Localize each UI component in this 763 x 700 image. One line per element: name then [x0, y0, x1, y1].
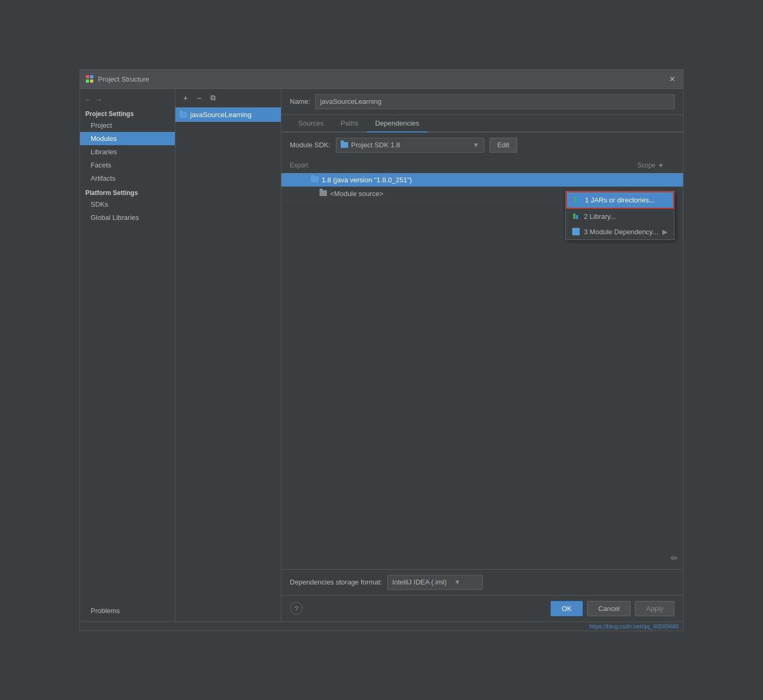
sidebar-item-artifacts[interactable]: Artifacts — [80, 172, 175, 185]
close-button[interactable]: ✕ — [667, 74, 678, 84]
title-bar: Project Structure ✕ — [80, 70, 683, 89]
sdk-value: Project SDK 1.8 — [351, 141, 401, 149]
svg-rect-3 — [90, 79, 93, 83]
add-library-label: 2 Library... — [584, 212, 616, 220]
sidebar-item-modules[interactable]: Modules — [80, 132, 175, 145]
col-scope-header: Scope — [576, 162, 655, 169]
library-icon — [572, 212, 580, 220]
bottom-bar: ? OK Cancel Apply — [281, 595, 683, 622]
module-dep-icon — [572, 228, 580, 235]
module-folder-icon — [180, 112, 187, 118]
module-source-icon — [320, 190, 327, 198]
jars-icon — [573, 196, 581, 203]
name-row: Name: — [281, 89, 683, 115]
svg-rect-2 — [86, 79, 89, 83]
col-export-header: Export — [290, 162, 311, 169]
sidebar-item-facets[interactable]: Facets — [80, 158, 175, 172]
sidebar-item-libraries[interactable]: Libraries — [80, 145, 175, 158]
add-jars-item[interactable]: 1 JARs or directories... — [566, 191, 674, 209]
add-module-dep-item[interactable]: 3 Module Dependency... ▶ — [566, 224, 674, 240]
main-content: Name: Sources Paths Dependencies Mo — [281, 89, 683, 622]
storage-format-dropdown[interactable]: IntelliJ IDEA (.iml) ▼ — [387, 575, 483, 590]
tab-dependencies[interactable]: Dependencies — [367, 115, 428, 132]
sdk-row: Module SDK: Project SDK 1.8 ▼ Edit — [281, 132, 683, 158]
sidebar: ← → Project Settings Project Modules Lib… — [80, 89, 175, 622]
tab-paths[interactable]: Paths — [332, 115, 367, 132]
dropdown-expand-icon: ▶ — [662, 228, 668, 236]
sdk-dropdown-arrow-icon: ▼ — [473, 141, 480, 149]
storage-value: IntelliJ IDEA (.iml) — [392, 578, 447, 586]
add-dependency-dropdown: 1 JARs or directories... 2 Library... 3 … — [565, 191, 675, 240]
edit-button[interactable]: Edit — [490, 138, 517, 153]
copy-module-button[interactable]: ⧉ — [207, 92, 219, 104]
project-structure-icon — [85, 75, 94, 83]
sidebar-item-problems[interactable]: Problems — [80, 604, 175, 617]
add-library-item[interactable]: 2 Library... — [566, 209, 674, 224]
help-button[interactable]: ? — [290, 602, 303, 615]
status-bar: https://blog.csdn.net/qq_40589680 — [80, 622, 683, 631]
ok-button[interactable]: OK — [551, 601, 583, 616]
add-dep-button[interactable]: ＋ — [655, 160, 675, 171]
forward-button[interactable]: → — [95, 95, 102, 104]
storage-row: Dependencies storage format: IntelliJ ID… — [281, 569, 683, 595]
sdk-folder-icon — [341, 142, 348, 148]
platform-settings-label: Platform Settings — [80, 185, 175, 198]
nav-row: ← → — [80, 93, 175, 106]
storage-label: Dependencies storage format: — [290, 578, 382, 586]
tab-sources[interactable]: Sources — [290, 115, 332, 132]
svg-rect-0 — [86, 75, 89, 78]
table-header: Export Scope ＋ — [281, 158, 683, 173]
module-item-javasourcelearning[interactable]: javaSourceLearning — [175, 108, 281, 122]
module-source-name: <Module source> — [330, 190, 595, 198]
sidebar-item-project[interactable]: Project — [80, 119, 175, 132]
project-structure-dialog: Project Structure ✕ ← → Project Settings… — [79, 69, 684, 631]
modules-toolbar: + − ⧉ — [175, 89, 281, 108]
edit-dep-button[interactable]: ✏ — [671, 553, 678, 563]
svg-rect-1 — [90, 75, 93, 78]
sidebar-item-global-libraries[interactable]: Global Libraries — [80, 211, 175, 224]
bottom-right: OK Cancel Apply — [551, 601, 675, 616]
add-jars-label: 1 JARs or directories... — [585, 196, 655, 204]
add-icon[interactable]: ＋ — [655, 160, 666, 171]
status-url: https://blog.csdn.net/qq_40589680 — [589, 623, 679, 630]
dialog-title: Project Structure — [98, 75, 667, 83]
add-module-button[interactable]: + — [180, 92, 191, 104]
add-module-dep-label: 3 Module Dependency... — [584, 228, 658, 236]
apply-button[interactable]: Apply — [635, 601, 675, 616]
sdk-label: Module SDK: — [290, 141, 331, 149]
table-row[interactable]: 1.8 (java version "1.8.0_251") — [281, 173, 683, 187]
bottom-left: ? — [290, 602, 303, 615]
sdk-dropdown[interactable]: Project SDK 1.8 ▼ — [336, 138, 484, 153]
module-name: javaSourceLearning — [190, 111, 252, 119]
name-input[interactable] — [315, 94, 675, 109]
remove-module-button[interactable]: − — [193, 92, 205, 104]
back-button[interactable]: ← — [84, 95, 92, 104]
name-label: Name: — [290, 98, 310, 105]
storage-dropdown-arrow-icon: ▼ — [454, 578, 461, 586]
dialog-body: ← → Project Settings Project Modules Lib… — [80, 89, 683, 622]
tabs-row: Sources Paths Dependencies — [281, 115, 683, 132]
sdk-row-name: 1.8 (java version "1.8.0_251") — [322, 176, 595, 184]
dependencies-area: Module SDK: Project SDK 1.8 ▼ Edit Expor… — [281, 132, 683, 595]
project-settings-label: Project Settings — [80, 108, 175, 119]
sdk-row-icon — [311, 176, 318, 184]
modules-panel: + − ⧉ javaSourceLearning — [175, 89, 281, 622]
cancel-button[interactable]: Cancel — [587, 601, 631, 616]
sidebar-item-sdks[interactable]: SDKs — [80, 198, 175, 211]
